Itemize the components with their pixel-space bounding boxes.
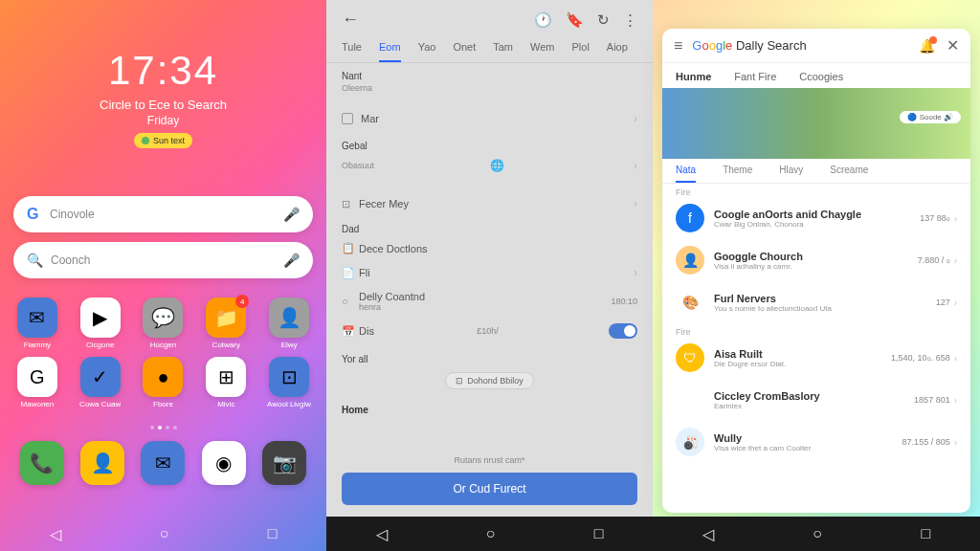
chevron-right-icon: › — [634, 112, 637, 125]
settings-tab[interactable]: Aiop — [607, 41, 628, 62]
subtab[interactable]: Hlavy — [779, 165, 803, 183]
hero-pill[interactable]: 🔵 Soode 🔊 — [900, 111, 961, 123]
checkbox-icon[interactable] — [342, 113, 353, 124]
app-item[interactable]: ⊡Awool Livgiw — [261, 357, 317, 408]
suggestion-chip[interactable]: ⊡Dohond Bbiloy — [445, 372, 534, 389]
settings-tab[interactable]: Eom — [379, 41, 401, 62]
settings-tab[interactable]: Tule — [342, 41, 362, 62]
back-button[interactable]: ◁ — [376, 525, 388, 543]
avatar: f — [676, 204, 704, 232]
close-icon[interactable]: ✕ — [947, 36, 959, 55]
app-item[interactable]: 💬Hocgen — [135, 298, 190, 349]
option-row[interactable]: 📄 Fli › — [342, 260, 637, 285]
detail-row[interactable]: Obasuut 🌐 › — [342, 153, 637, 178]
subtab[interactable]: Nata — [676, 165, 696, 183]
nav-item[interactable]: Hunme — [676, 71, 711, 82]
item-title: Aisa Ruilt — [714, 348, 885, 360]
card-title: Google Dally Search — [692, 38, 806, 53]
avatar: 🛡 — [676, 343, 704, 372]
menu-icon[interactable]: ≡ — [674, 37, 682, 55]
dock-app[interactable]: ◉ — [202, 441, 246, 485]
app-item[interactable]: ▶Cicgone — [73, 298, 128, 349]
option-row[interactable]: ⊡ Fecer Mey › — [342, 191, 637, 216]
subtab[interactable]: Screame — [830, 165, 868, 183]
settings-tab[interactable]: Wem — [530, 41, 554, 62]
app-icon[interactable]: ✉ — [17, 298, 57, 338]
item-subtitle: You s nomie to aliectunctioaod Uta — [714, 304, 930, 313]
nav-item[interactable]: Ccoogies — [799, 71, 843, 82]
home-button[interactable]: ○ — [486, 525, 496, 542]
dock-app[interactable]: 📞 — [20, 441, 64, 485]
chevron-right-icon: › — [954, 213, 957, 224]
feed-item[interactable]: 👤Googgle ChourchVisa il adhaliny a camr.… — [662, 239, 970, 281]
app-item[interactable]: ●Fbore — [135, 357, 190, 408]
back-button[interactable]: ◁ — [702, 525, 714, 543]
dock-app[interactable]: ✉ — [141, 441, 185, 485]
secondary-search-bar[interactable]: 🔍 Coonch 🎤 — [13, 242, 313, 278]
app-icon[interactable]: G — [17, 357, 57, 397]
subtab[interactable]: Theme — [723, 165, 752, 183]
android-navbar: ◁ ○ □ — [326, 517, 653, 551]
overflow-icon[interactable]: ⋮ — [623, 11, 637, 29]
control-row[interactable]: ○ Delly Coantnd henra 180:10 — [342, 285, 637, 318]
app-item[interactable]: 📁4Cotwary — [198, 298, 254, 349]
chevron-right-icon: › — [634, 197, 637, 210]
app-item[interactable]: 👤Elwy — [261, 298, 317, 349]
checkbox-option[interactable]: Mar › — [342, 106, 637, 131]
home-button[interactable]: ○ — [813, 525, 822, 542]
recents-button[interactable]: □ — [594, 525, 604, 542]
toggle-switch[interactable] — [609, 323, 637, 339]
app-icon[interactable]: ● — [143, 357, 183, 397]
settings-tab[interactable]: Onet — [453, 41, 476, 62]
notification-icon[interactable]: 🔔 — [919, 38, 935, 54]
back-arrow-icon[interactable]: ← — [342, 10, 359, 30]
app-item[interactable]: ✓Cowa Cuaw — [73, 357, 128, 408]
search-icon: 🔍 — [27, 253, 43, 268]
mic-icon[interactable]: 🎤 — [283, 207, 300, 222]
feed-item[interactable]: 🎨Furl NerversYou s nomie to aliectunctio… — [662, 281, 970, 323]
feed-item[interactable]: ◉Ciccley CromBasloryEariniex1857 801› — [662, 379, 970, 421]
settings-tab[interactable]: Tam — [493, 41, 513, 62]
app-item[interactable]: GMawonen — [10, 357, 65, 408]
app-icon[interactable]: ⊞ — [206, 357, 246, 397]
app-icon[interactable]: ▶ — [80, 298, 121, 338]
item-title: Wully — [714, 432, 897, 444]
nav-item[interactable]: Fant Fire — [734, 71, 776, 82]
settings-tab[interactable]: Yao — [418, 41, 436, 62]
app-icon[interactable]: 📁4 — [206, 298, 246, 338]
recents-button[interactable]: □ — [268, 525, 278, 542]
app-icon[interactable]: ✓ — [80, 357, 121, 397]
home-button[interactable]: ○ — [160, 525, 169, 542]
clock-widget: 17:34 Circle to Ece to Search Friday Sun… — [0, 0, 326, 148]
app-item[interactable]: ✉Flammy — [10, 298, 65, 349]
refresh-icon[interactable]: ↻ — [597, 11, 610, 29]
item-meta: 7.880 / ₀ — [918, 255, 950, 265]
feed-item[interactable]: 🎳WullyVisa wice thet a cam Coolter87.155… — [662, 421, 970, 463]
primary-button[interactable]: Or Cud Furect — [342, 473, 637, 505]
bookmark-icon[interactable]: 🔖 — [566, 11, 584, 29]
app-icon[interactable]: 💬 — [143, 298, 183, 338]
app-item[interactable]: ⊞Mivic — [198, 357, 254, 408]
hero-banner[interactable]: 🔵 Soode 🔊 — [662, 88, 970, 159]
daily-search-screen: ≡ Google Dally Search 🔔 ✕ HunmeFant Fire… — [653, 0, 980, 551]
feed-item[interactable]: fCoogle anOorts anid ChaygleCwar Big Onl… — [662, 197, 970, 239]
recents-button[interactable]: □ — [922, 525, 931, 542]
app-grid: ✉Flammy▶Cicgone💬Hocgen📁4Cotwary👤Elwy GMa… — [0, 288, 326, 408]
back-button[interactable]: ◁ — [50, 525, 61, 543]
mic-icon[interactable]: 🎤 — [283, 253, 300, 268]
toggle-row[interactable]: 📅 Dis £10h/ — [342, 318, 637, 344]
clock-time: 17:34 — [0, 48, 326, 94]
app-icon[interactable]: 👤 — [269, 298, 309, 338]
dock-app[interactable]: 👤 — [80, 441, 124, 485]
history-icon[interactable]: 🕐 — [534, 11, 552, 29]
settings-tab[interactable]: Plol — [572, 41, 590, 62]
feed-item[interactable]: 🛡Aisa RuiltDie Dogre ersor Diat.1,540, 1… — [662, 337, 970, 379]
google-search-bar[interactable]: G Cinovole 🎤 — [13, 196, 313, 232]
app-label: Elwy — [281, 341, 298, 349]
avatar: 👤 — [676, 246, 704, 275]
status-badge[interactable]: Sun text — [134, 133, 192, 148]
option-row[interactable]: 📋 Dece Doctlons — [342, 236, 637, 260]
section-label: Dad — [342, 224, 637, 234]
app-icon[interactable]: ⊡ — [269, 357, 309, 397]
dock-app[interactable]: 📷 — [262, 441, 306, 485]
